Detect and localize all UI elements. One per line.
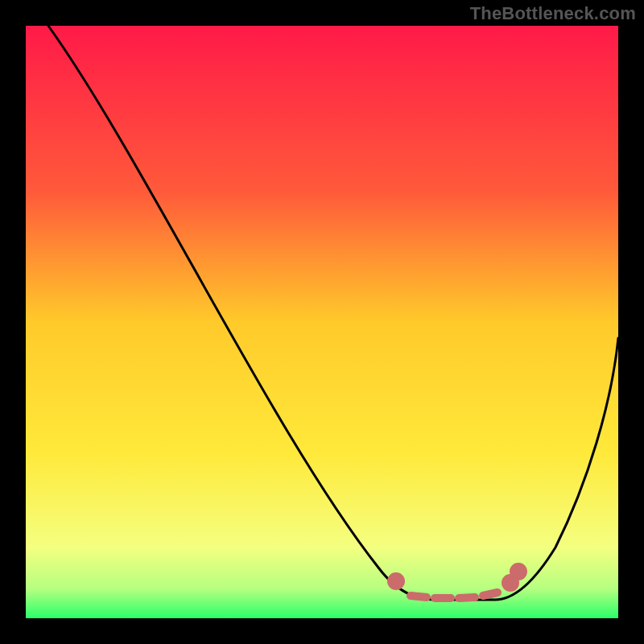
watermark-text: TheBottleneck.com <box>470 3 636 24</box>
svg-point-6 <box>514 567 523 576</box>
svg-line-3 <box>459 597 475 598</box>
bottleneck-chart <box>0 0 644 644</box>
plot-background <box>26 26 618 618</box>
svg-line-4 <box>483 592 497 596</box>
svg-point-5 <box>506 578 515 588</box>
svg-point-0 <box>391 576 401 586</box>
svg-line-1 <box>411 596 427 597</box>
